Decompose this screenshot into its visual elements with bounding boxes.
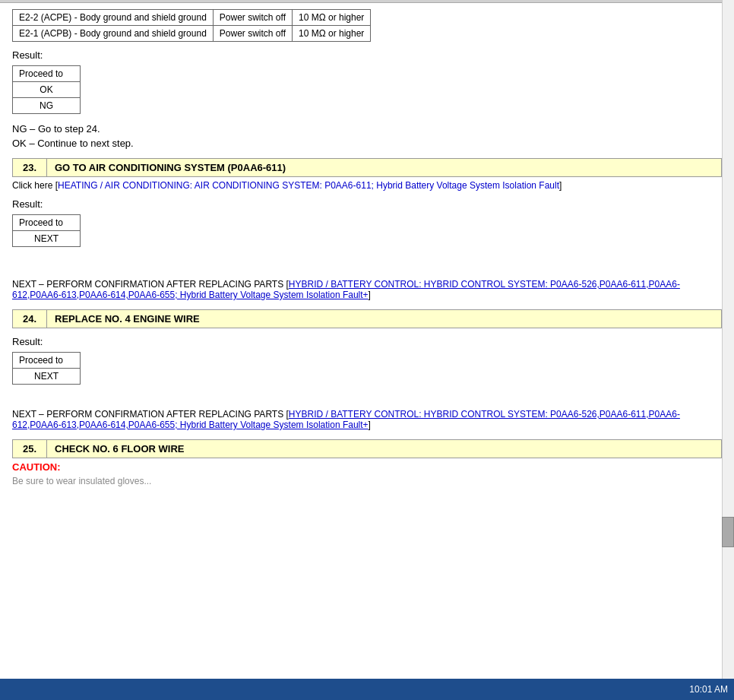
proceed-next-box-2: Proceed to NEXT <box>12 352 81 385</box>
spec-table: E2-2 (ACPE) - Body ground and shield gro… <box>12 9 371 42</box>
step-23-title: GO TO AIR CONDITIONING SYSTEM (P0AA6-611… <box>47 159 721 176</box>
click-here-suffix: ] <box>559 180 562 191</box>
main-content: E2-2 (ACPE) - Body ground and shield gro… <box>0 3 734 493</box>
caution-text-partial: Be sure to wear insulated gloves... <box>12 476 722 486</box>
result-label-3: Result: <box>12 336 722 347</box>
next-note-2-prefix: NEXT – PERFORM CONFIRMATION AFTER REPLAC… <box>12 409 289 420</box>
next-button-2[interactable]: NEXT <box>13 369 80 384</box>
next-note-1-suffix: ] <box>369 290 371 300</box>
ok-button[interactable]: OK <box>13 82 80 98</box>
step-24-number: 24. <box>13 310 47 328</box>
result-label-2: Result: <box>12 198 722 210</box>
caution-label: CAUTION: <box>12 461 722 473</box>
next-note-2-suffix: ] <box>369 420 371 430</box>
proceed-next-header-1: Proceed to <box>13 215 80 231</box>
ng-button[interactable]: NG <box>13 98 80 113</box>
proceed-box-1: Proceed to OK NG <box>12 65 81 114</box>
proceed-next-box-1: Proceed to NEXT <box>12 214 81 247</box>
proceed-header-1: Proceed to <box>13 66 80 82</box>
table-row: E2-1 (ACPB) - Body ground and shield gro… <box>13 26 371 42</box>
next-note-2: NEXT – PERFORM CONFIRMATION AFTER REPLAC… <box>12 409 722 430</box>
step-23-click-here: Click here [HEATING / AIR CONDITIONING: … <box>12 180 722 191</box>
result-label-1: Result: <box>12 49 722 61</box>
ok-note: OK – Continue to next step. <box>12 138 722 149</box>
step-25-title: CHECK NO. 6 FLOOR WIRE <box>47 440 721 458</box>
step-25-header: 25. CHECK NO. 6 FLOOR WIRE <box>12 439 722 458</box>
step-25-number: 25. <box>13 440 47 458</box>
spacer-2 <box>12 394 722 409</box>
step-23-number: 23. <box>13 159 47 176</box>
proceed-next-header-2: Proceed to <box>13 353 80 369</box>
table-row: E2-2 (ACPE) - Body ground and shield gro… <box>13 10 371 26</box>
step-24-header: 24. REPLACE NO. 4 ENGINE WIRE <box>12 309 722 328</box>
cursor-area <box>12 256 722 279</box>
step-23-link[interactable]: HEATING / AIR CONDITIONING: AIR CONDITIO… <box>58 180 559 191</box>
next-note-1-prefix: NEXT – PERFORM CONFIRMATION AFTER REPLAC… <box>12 279 289 290</box>
ng-note: NG – Go to step 24. <box>12 123 722 135</box>
scrollbar-track[interactable] <box>722 0 734 493</box>
click-here-prefix: Click here [ <box>12 180 58 191</box>
next-button-1[interactable]: NEXT <box>13 231 80 246</box>
step-23-header: 23. GO TO AIR CONDITIONING SYSTEM (P0AA6… <box>12 158 722 177</box>
next-note-1: NEXT – PERFORM CONFIRMATION AFTER REPLAC… <box>12 279 722 300</box>
step-24-title: REPLACE NO. 4 ENGINE WIRE <box>47 310 721 328</box>
